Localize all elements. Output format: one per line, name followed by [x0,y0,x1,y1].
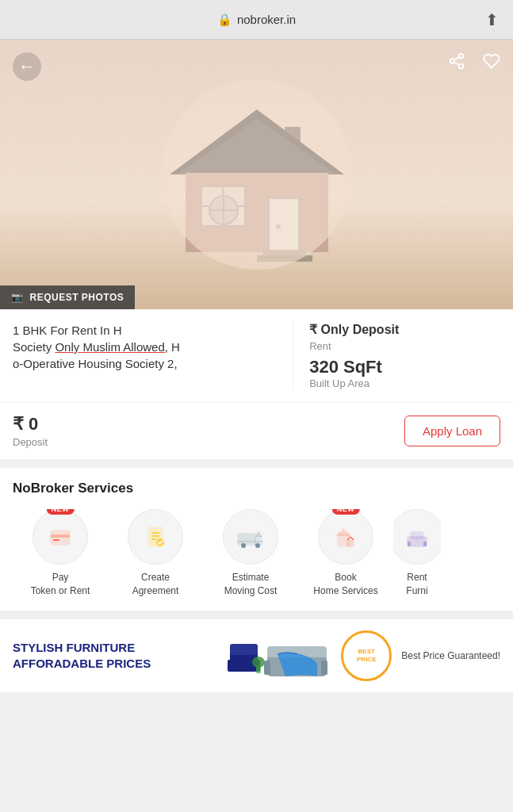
lock-icon: 🔒 [217,13,232,27]
camera-icon: 📷 [11,292,24,303]
svg-rect-40 [408,542,411,546]
svg-rect-35 [347,540,354,546]
svg-point-47 [252,657,265,668]
service-pay[interactable]: NEW PayToken or Rent [13,509,108,598]
svg-point-29 [156,538,164,546]
muslim-allowed-text: Only Muslim Allowed, [55,340,168,354]
back-button[interactable]: ← [13,52,41,81]
back-icon: ← [18,56,36,77]
request-photos-label: REQUEST PHOTOS [30,292,124,303]
furniture-text: STYLISH FURNITURE AFFORADABLE PRICES [13,640,214,671]
svg-point-32 [255,543,260,548]
pay-icon-wrap: NEW [33,509,88,565]
svg-rect-30 [238,534,255,545]
agreement-icon-wrap [128,509,183,565]
services-row: NEW PayToken or Rent [13,509,500,598]
best-price-badge: BEST PRICE [341,630,392,681]
svg-rect-41 [423,542,427,546]
property-content: 1 BHK For Rent In H Society Only Muslim … [0,309,513,460]
browser-bar: 🔒 nobroker.in ⬆ [0,0,513,40]
sqft-value: 320 SqFt [309,357,500,377]
url-bar[interactable]: 🔒 nobroker.in [217,13,296,27]
furniture-title-line1: STYLISH FURNITURE [13,640,214,656]
request-photos-badge[interactable]: 📷 REQUEST PHOTOS [0,285,135,309]
furniture-sofa-image [222,632,333,680]
property-subtitle: Society Only Muslim Allowed, H o-Operati… [13,340,180,370]
new-badge-pay: NEW [47,509,75,515]
hero-image: ← 📷 REQUEST PHOTOS [0,40,513,309]
rent-sublabel: Rent [309,340,500,352]
service-home[interactable]: NEW BookHome Services [298,509,393,598]
svg-point-31 [241,543,246,548]
deposit-info: ₹ 0 Deposit [13,414,48,448]
best-price-section: BEST PRICE Best Price Guaranteed! [341,630,500,681]
service-pay-label: PayToken or Rent [31,571,90,598]
svg-point-0 [162,79,352,270]
property-details-right: ₹ Only Deposit Rent 320 SqFt Built Up Ar… [303,322,500,389]
svg-rect-23 [51,534,70,538]
svg-line-21 [454,57,459,60]
svg-rect-39 [411,532,423,538]
new-badge-home: NEW [332,509,360,515]
furniture-title-line2: AFFORADABLE PRICES [13,656,214,672]
furniture-banner[interactable]: STYLISH FURNITURE AFFORADABLE PRICES BES… [0,619,513,692]
home-icon-wrap: NEW [318,509,373,565]
sqft-label: Built Up Area [309,377,500,389]
svg-rect-51 [321,661,327,675]
url-text: nobroker.in [237,13,296,26]
service-home-label: BookHome Services [313,571,377,598]
svg-rect-43 [230,644,258,655]
svg-point-18 [450,59,455,63]
svg-rect-24 [53,539,59,541]
svg-point-19 [459,64,464,69]
deposit-amount: ₹ 0 [13,414,48,435]
furniture-icon-wrap [393,509,441,565]
deposit-label: Deposit [13,436,48,448]
svg-rect-44 [228,660,234,672]
service-moving[interactable]: EstimateMoving Cost [203,509,298,598]
property-details-left: 1 BHK For Rent In H Society Only Muslim … [13,322,293,389]
service-agreement[interactable]: CreateAgreement [108,509,203,598]
rent-label: ₹ Only Deposit [309,322,500,337]
services-title: NoBroker Services [13,481,500,496]
apply-loan-button[interactable]: Apply Loan [404,416,500,446]
services-section: NoBroker Services NEW PayToken or Rent [0,468,513,611]
favorite-button[interactable] [483,52,500,74]
service-furniture-label: RentFurni [406,571,427,598]
deposit-row: ₹ 0 Deposit Apply Loan [0,403,513,460]
svg-point-17 [459,54,464,59]
service-moving-label: EstimateMoving Cost [224,571,278,598]
property-info-section: 1 BHK For Rent In H Society Only Muslim … [0,309,513,403]
svg-line-20 [454,62,459,65]
property-title: 1 BHK For Rent In H Society Only Muslim … [13,322,280,372]
svg-rect-50 [264,661,270,675]
service-agreement-label: CreateAgreement [132,571,179,598]
service-furniture[interactable]: RentFurni [393,509,441,598]
guarantee-text: Best Price Guaranteed! [401,650,500,661]
share-button[interactable] [448,52,465,74]
browser-share-icon[interactable]: ⬆ [485,10,499,29]
moving-icon-wrap [223,509,278,565]
